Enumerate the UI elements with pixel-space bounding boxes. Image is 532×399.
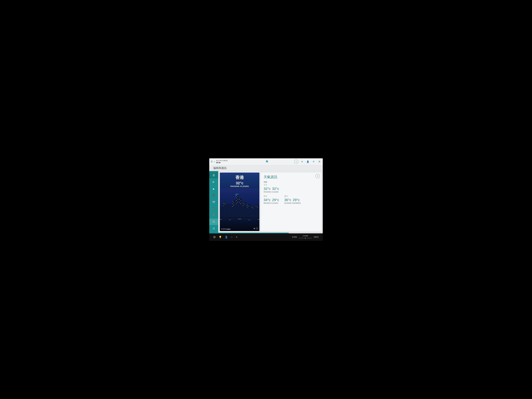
- close-button[interactable]: ✕: [315, 174, 320, 178]
- svg-rect-7: [232, 200, 235, 219]
- tomorrow-label: 明天: [264, 195, 279, 197]
- person-icon[interactable]: 👤: [306, 160, 310, 164]
- svg-rect-22: [223, 205, 224, 206]
- svg-rect-5: [223, 202, 226, 219]
- svg-rect-10: [242, 202, 246, 219]
- sidebar: ☰ 🔍 ▶ 🎧 🐨 🎮 📍 ⓘ ☑: [209, 171, 218, 233]
- svg-rect-38: [239, 202, 240, 202]
- svg-rect-9: [239, 198, 242, 219]
- sidebar-item-video[interactable]: ▶: [209, 186, 218, 192]
- today-label: 今天: [264, 184, 318, 186]
- bottom-controls: ⏻ 💡 👤 − +: [213, 235, 238, 239]
- plus-icon[interactable]: +: [236, 235, 238, 239]
- sidebar-item-map[interactable]: 📍: [209, 212, 218, 218]
- music-icon[interactable]: ♪: [294, 160, 298, 164]
- power-icon[interactable]: ⏻: [213, 236, 215, 238]
- svg-rect-60: [235, 194, 238, 194]
- sub-header: ‹ 協助與資訊: [209, 165, 323, 171]
- city-temperature: 32°c: [236, 181, 243, 185]
- ife-screen: ☰ ∧ 前往 HKG 所需時間 00:00 ♪ ∗ 👤 ☀ ⚙: [209, 158, 323, 233]
- tomorrow-high: 34°c: [264, 198, 271, 202]
- sidebar-item-info[interactable]: ⓘ: [209, 219, 218, 225]
- svg-rect-43: [247, 205, 247, 205]
- svg-rect-24: [232, 201, 233, 201]
- multi-day-section: 明天 34°c 29°c BROKEN CLOUDS 後天 36°c 2: [264, 195, 318, 206]
- svg-rect-41: [244, 204, 245, 204]
- svg-rect-31: [236, 198, 237, 198]
- day-after-label: 後天: [284, 195, 301, 197]
- image-counter: 4 of 5 images: [221, 228, 231, 230]
- svg-rect-37: [241, 200, 241, 201]
- sidebar-item-menu[interactable]: ☰: [209, 172, 218, 178]
- svg-rect-42: [243, 205, 243, 206]
- route-line-left: [299, 238, 304, 238]
- page-title: 協助與資訊: [213, 166, 227, 170]
- flight-route: CAN CX989 ✈ HKG: [292, 235, 319, 239]
- svg-rect-40: [243, 203, 243, 203]
- city-name: 香港: [235, 173, 244, 181]
- flight-time: 00:00: [216, 162, 228, 164]
- sidebar-item-games[interactable]: 🎮: [209, 205, 218, 211]
- svg-point-54: [229, 219, 231, 220]
- svg-rect-35: [236, 203, 237, 204]
- bottom-bar: ⏻ 💡 👤 − + CAN CX989 ✈ HKG: [209, 233, 323, 241]
- minus-icon[interactable]: −: [231, 235, 233, 239]
- person-bottom-icon[interactable]: 👤: [225, 236, 228, 239]
- flight-label: 前往 HKG 所需時間: [216, 160, 228, 162]
- sidebar-item-search[interactable]: 🔍: [209, 179, 218, 185]
- day-after-section: 後天 36°c 29°c PASSING SHOWERS: [284, 195, 301, 204]
- forecast-label: 預測: [264, 181, 318, 183]
- svg-rect-39: [241, 203, 241, 204]
- back-button[interactable]: ‹: [211, 167, 212, 169]
- day-after-high: 36°c: [284, 198, 291, 202]
- weather-panel: ✕ 天氣資訊 預測 今天 32°c 32°c PASSING CLOUDS 明: [261, 173, 321, 231]
- svg-rect-26: [232, 203, 233, 204]
- sidebar-item-checklist[interactable]: ☑: [209, 226, 218, 232]
- svg-rect-59: [236, 194, 239, 195]
- flight-info: 前往 HKG 所需時間 00:00: [216, 160, 228, 164]
- svg-point-55: [238, 219, 241, 219]
- day-after-temp-row: 36°c 29°c: [284, 198, 301, 202]
- svg-rect-34: [237, 202, 238, 202]
- brightness-icon[interactable]: ☀: [312, 160, 316, 164]
- today-section: 今天 32°c 32°c PASSING CLOUDS: [264, 184, 318, 193]
- bluetooth-icon[interactable]: ∗: [300, 160, 304, 164]
- tomorrow-low: 29°c: [272, 198, 279, 202]
- chevron-up-icon[interactable]: ∧: [214, 161, 215, 163]
- svg-rect-47: [253, 208, 253, 208]
- flight-number: CX989: [303, 235, 308, 237]
- departure-airport: CAN: [292, 236, 297, 238]
- svg-rect-45: [247, 207, 247, 207]
- sidebar-item-audio[interactable]: 🎧: [209, 192, 218, 198]
- svg-rect-29: [236, 195, 237, 196]
- header-right: ♪ ∗ 👤 ☀ ⚙: [294, 160, 321, 164]
- sidebar-item-kids[interactable]: 🐨: [209, 199, 218, 205]
- image-info-icon[interactable]: ⓘ: [256, 227, 258, 230]
- image-zoom-icon[interactable]: ⊕: [253, 227, 255, 230]
- cathay-logo-icon: [265, 159, 269, 164]
- brightness-bottom-icon[interactable]: 💡: [219, 236, 222, 239]
- route-line: ✈: [299, 237, 312, 239]
- flight-number-display: CX989 ✈: [299, 235, 312, 239]
- svg-rect-30: [237, 196, 238, 196]
- svg-rect-20: [223, 203, 224, 203]
- svg-rect-33: [236, 200, 237, 201]
- svg-rect-6: [227, 204, 231, 219]
- svg-rect-11: [247, 204, 251, 219]
- tomorrow-temp-row: 34°c 29°c: [264, 198, 279, 202]
- svg-rect-49: [257, 207, 258, 207]
- settings-icon[interactable]: ⚙: [317, 160, 321, 164]
- plane-icon: ✈: [304, 237, 306, 239]
- route-line-right: [307, 238, 312, 238]
- header-bar: ☰ ∧ 前往 HKG 所需時間 00:00 ♪ ∗ 👤 ☀ ⚙: [209, 158, 323, 165]
- progress-bar: [209, 233, 323, 233]
- svg-rect-52: [220, 217, 260, 219]
- header-center: [240, 159, 294, 164]
- city-panel: 香港 32°c PASSING CLOUDS: [220, 173, 260, 231]
- menu-icon[interactable]: ☰: [211, 160, 213, 163]
- svg-rect-28: [232, 206, 233, 207]
- arrival-airport: HKG: [314, 236, 319, 238]
- svg-rect-32: [237, 199, 238, 199]
- svg-rect-44: [248, 206, 249, 206]
- svg-rect-21: [224, 204, 225, 204]
